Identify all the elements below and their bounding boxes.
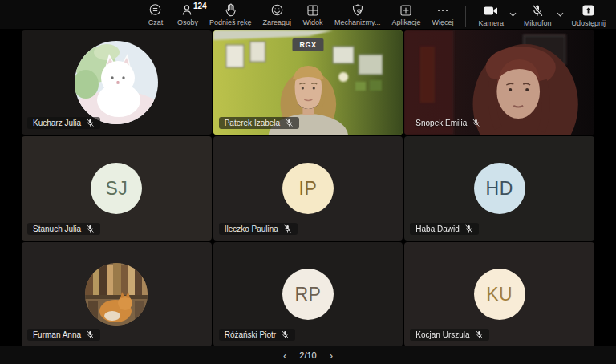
tile-furman-anna[interactable]: Furman Anna	[22, 242, 212, 346]
participant-name-tag: Snopek Emilia	[410, 117, 486, 129]
raise-hand-label: Podnieś rękę	[209, 18, 252, 26]
participant-name-tag: Furman Anna	[27, 329, 100, 341]
participant-name: Haba Dawid	[415, 224, 459, 233]
tile-kocjan-urszula[interactable]: KU Kocjan Urszula	[404, 242, 594, 346]
page-indicator: 2/10	[299, 350, 316, 360]
participant-name-tag: Kucharz Julia	[27, 117, 100, 129]
mic-muted-icon	[86, 119, 95, 127]
raise-hand-button[interactable]: Podnieś rękę	[204, 0, 257, 28]
participant-name: Kucharz Julia	[33, 119, 81, 127]
camera-label: Kamera	[478, 19, 504, 27]
gallery-pagination: ‹ 2/10 ›	[0, 346, 616, 364]
mic-muted-icon	[531, 4, 544, 18]
mic-muted-icon	[464, 224, 473, 233]
mic-muted-icon	[283, 224, 292, 233]
view-grid-icon	[306, 3, 319, 17]
mic-muted-icon	[475, 330, 484, 339]
tile-kucharz-julia[interactable]: Kucharz Julia	[22, 30, 212, 135]
bookshelf-cat-photo-avatar	[85, 263, 148, 326]
raise-hand-icon	[225, 3, 237, 17]
participant-name-tag: Ileczko Paulina	[219, 223, 298, 235]
avatar-initials: IP	[282, 163, 334, 214]
cat-illustration-avatar	[75, 41, 158, 124]
tile-paterek-izabela[interactable]: RGX Paterek Izabela	[213, 30, 403, 135]
camera-on-icon	[483, 4, 499, 18]
mic-muted-icon	[86, 330, 95, 339]
mic-muted-icon	[285, 119, 294, 127]
people-button[interactable]: 124 Osoby	[172, 0, 204, 28]
participant-grid: Kucharz Julia	[0, 29, 616, 346]
participant-name-tag: Stanuch Julia	[27, 223, 100, 235]
chat-label: Czat	[148, 18, 164, 26]
camera-button[interactable]: Kamera	[472, 1, 509, 29]
avatar-initials: KU	[474, 269, 525, 320]
participant-name-tag: Haba Dawid	[410, 223, 478, 235]
tile-haba-dawid[interactable]: HD Haba Dawid	[404, 136, 594, 241]
share-screen-label: Udostępnij	[571, 19, 606, 27]
mechanisms-button[interactable]: Mechanizmy...	[329, 0, 386, 28]
participant-count-badge: 124	[193, 2, 207, 10]
mic-muted-icon	[86, 224, 95, 233]
microphone-label: Mikrofon	[524, 19, 552, 27]
participant-name: Stanuch Julia	[33, 224, 81, 233]
apps-label: Aplikacje	[391, 18, 420, 26]
participant-name: Kocjan Urszula	[415, 330, 469, 339]
apps-button[interactable]: Aplikacje	[386, 0, 426, 28]
participant-name: Paterek Izabela	[225, 119, 281, 127]
more-label: Więcej	[432, 18, 453, 26]
next-page-button[interactable]: ›	[328, 350, 334, 361]
participant-name-tag: Kocjan Urszula	[410, 329, 488, 341]
toolbar-devices-group: Kamera Mikrofon	[472, 1, 611, 29]
participant-name: Ileczko Paulina	[225, 224, 278, 233]
participant-name: Furman Anna	[33, 330, 81, 339]
avatar-initials: RP	[282, 269, 334, 320]
avatar-initials: SJ	[91, 163, 142, 214]
toolbar-separator	[465, 6, 466, 27]
tile-snopek-emilia[interactable]: Snopek Emilia	[404, 30, 594, 135]
previous-page-button[interactable]: ‹	[282, 350, 288, 361]
meeting-toolbar: Czat 124 Osoby Podnieś rękę	[0, 0, 616, 29]
video-overlay-tag: RGX	[292, 38, 323, 51]
toolbar-actions-group: Czat 124 Osoby Podnieś rękę	[140, 0, 460, 29]
react-smiley-icon	[270, 3, 284, 17]
share-screen-icon	[581, 4, 596, 18]
participant-name-tag: Różański Piotr	[219, 329, 295, 341]
mic-muted-icon	[281, 330, 290, 339]
more-dots-icon	[436, 3, 449, 17]
share-screen-button[interactable]: Udostępnij	[565, 1, 611, 29]
tile-stanuch-julia[interactable]: SJ Stanuch Julia	[22, 136, 212, 241]
react-label: Zareaguj	[263, 18, 292, 26]
participant-name: Snopek Emilia	[415, 119, 467, 127]
people-icon: 124	[181, 3, 194, 17]
view-label: Widok	[303, 18, 323, 26]
view-button[interactable]: Widok	[297, 0, 329, 28]
avatar-initials: HD	[474, 163, 525, 214]
tile-ileczko-paulina[interactable]: IP Ileczko Paulina	[213, 136, 403, 241]
more-button[interactable]: Więcej	[426, 0, 459, 28]
microphone-button[interactable]: Mikrofon	[518, 1, 557, 29]
mic-muted-icon	[472, 119, 480, 127]
react-button[interactable]: Zareaguj	[257, 0, 298, 28]
camera-options-chevron[interactable]	[509, 1, 518, 19]
tile-rozanski-piotr[interactable]: RP Różański Piotr	[213, 242, 403, 346]
chat-button[interactable]: Czat	[140, 0, 172, 28]
mechanisms-label: Mechanizmy...	[334, 18, 380, 26]
chat-icon	[148, 3, 162, 17]
microphone-options-chevron[interactable]	[557, 1, 565, 19]
apps-plus-icon	[399, 3, 412, 17]
participant-name: Różański Piotr	[225, 330, 276, 339]
participant-name-tag: Paterek Izabela	[219, 117, 300, 129]
shield-gear-icon	[351, 3, 364, 17]
people-label: Osoby	[177, 18, 198, 26]
